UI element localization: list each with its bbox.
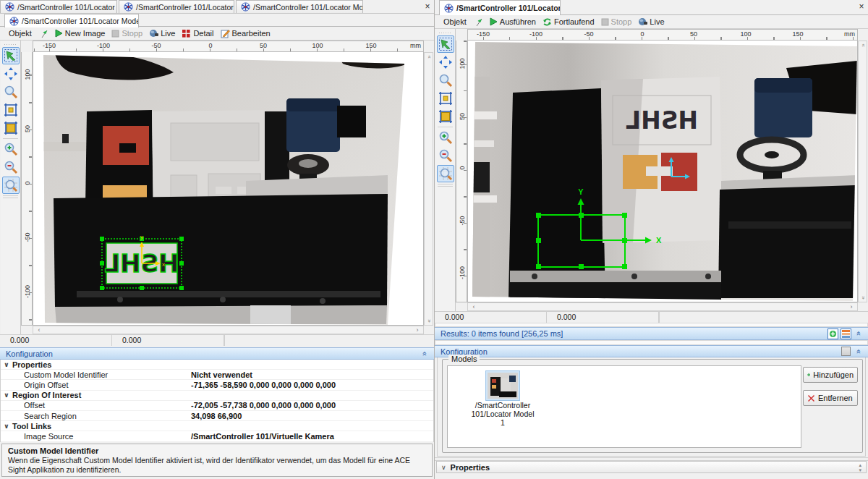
splitter[interactable] [435, 340, 868, 345]
results-table-icon[interactable] [841, 328, 851, 339]
tab-locator-model-1-active[interactable]: /SmartController 101/Locator Model 1 [4, 14, 139, 27]
zoom-region-tool-button[interactable] [2, 101, 20, 119]
zoom-region-icon [4, 103, 18, 117]
camera-canvas[interactable]: HSHL [467, 41, 858, 302]
property-row-custom-model-identifier[interactable]: Custom Model Identifier Nicht verwendet [1, 370, 433, 380]
collapse-chevron-icon[interactable]: » [854, 347, 862, 356]
select-tool-button[interactable] [437, 35, 454, 53]
scroll-left-arrow[interactable]: ‹ [469, 303, 478, 311]
properties-bar[interactable]: ∨ Properties ▴▾ [436, 461, 867, 473]
chevron-down-icon[interactable]: ∨ [1, 391, 12, 399]
detail-label: Detail [193, 29, 213, 38]
zoom-fit-tool-button[interactable] [437, 108, 454, 125]
panel-option-icon[interactable] [841, 347, 851, 356]
description-text: Wenn die Eigenschaft Custom Model Identi… [8, 456, 426, 475]
tab-label: /SmartController 101/Locator Model 1 [22, 17, 139, 25]
collapse-chevron-icon[interactable]: » [854, 329, 862, 338]
chevron-down-icon[interactable]: ∨ [441, 464, 446, 471]
close-icon[interactable]: × [855, 0, 868, 14]
zoom-in-tool-button[interactable] [2, 140, 20, 158]
scroll-down-arrow[interactable]: » [859, 294, 867, 302]
zoom-out-icon [438, 148, 453, 163]
vertical-scrollbar[interactable]: » » [858, 41, 867, 302]
scroll-up-arrow[interactable]: » [425, 53, 433, 62]
bearbeiten-label: Bearbeiten [232, 29, 271, 38]
tab-locator-3[interactable]: /SmartController 101/Locator 3 [0, 0, 117, 13]
toolbar-grip[interactable] [439, 30, 451, 35]
scroll-down-arrow[interactable]: » [425, 317, 433, 326]
horizontal-ruler: -150 -100 -50 0 50 100 150 mm [467, 29, 858, 41]
zoom-region-tool-button[interactable] [437, 90, 454, 107]
entfernen-button[interactable]: Entfernen [803, 390, 858, 406]
new-image-button[interactable]: New Image [53, 29, 107, 38]
results-bar[interactable]: Results: 0 items found [256,25 ms] » [435, 327, 868, 340]
pan-tool-button[interactable] [437, 54, 454, 71]
hinzufuegen-button[interactable]: Hinzufügen [803, 367, 858, 383]
vertical-scrollbar[interactable]: » » [424, 52, 433, 326]
stopp-button[interactable]: Stopp [600, 17, 634, 26]
chevron-down-icon[interactable]: ∨ [1, 361, 12, 368]
collapse-chevron-icon[interactable]: » [420, 349, 428, 358]
model-list-item[interactable]: /SmartController 101/Locator Model 1 [469, 370, 536, 427]
select-tool-button[interactable] [2, 47, 20, 64]
zoom-grid-tool-button[interactable] [437, 165, 454, 182]
coord-y-cell: 0.000 [112, 335, 224, 346]
select-arrow-icon [4, 48, 18, 63]
bearbeiten-button[interactable]: Bearbeiten [219, 29, 272, 38]
objekt-menu[interactable]: Objekt [4, 29, 36, 38]
scroll-left-arrow[interactable]: ‹ [35, 326, 43, 334]
pan-tool-button[interactable] [2, 65, 20, 82]
live-button[interactable]: Live [148, 29, 176, 38]
zoom-tool-button[interactable] [2, 83, 20, 101]
mini-scroll-arrows[interactable]: ▴▾ [859, 462, 861, 472]
conveyor-strip [510, 271, 721, 282]
live-button[interactable]: Live [637, 17, 665, 26]
scroll-right-arrow[interactable]: › [847, 303, 856, 311]
property-group-region-of-interest[interactable]: ∨ Region Of Interest [1, 391, 433, 401]
horizontal-scrollbar[interactable]: ‹ › [467, 302, 858, 311]
results-text: Results: 0 items found [256,25 ms] [441, 329, 563, 338]
konfiguration-header[interactable]: Konfiguration » [435, 345, 868, 357]
zoom-out-tool-button[interactable] [437, 147, 454, 164]
zoom-fit-tool-button[interactable] [2, 119, 20, 137]
flag-icon[interactable] [475, 17, 484, 27]
property-row-image-source[interactable]: Image Source /SmartController 101/Virtue… [1, 431, 433, 441]
tab-label: /SmartController 101/Locator 1 [456, 4, 561, 12]
property-row-search-region[interactable]: Search Region 34,098 66,900 [1, 411, 433, 421]
tab-locator-model-3[interactable]: /SmartController 101/Locator Model 3 [236, 0, 363, 13]
zoom-region-icon [438, 91, 453, 106]
tab-locator-2[interactable]: /SmartController 101/Locator 2 [119, 0, 234, 13]
add-result-view-icon[interactable] [827, 328, 838, 339]
model-list[interactable]: /SmartController 101/Locator Model 1 [447, 365, 801, 448]
scroll-up-arrow[interactable]: » [859, 41, 867, 50]
property-row-origin-offset[interactable]: Origin Offset -71,365 -58,590 0,000 0,00… [1, 380, 433, 390]
property-group-properties[interactable]: ∨ Properties [1, 360, 433, 370]
ausfuehren-button[interactable]: Ausführen [488, 17, 537, 26]
fortlaufend-button[interactable]: Fortlaufend [541, 17, 596, 27]
model-thumbnail[interactable] [485, 370, 520, 401]
detail-button[interactable]: Detail [180, 29, 215, 38]
zoom-in-tool-button[interactable] [437, 129, 454, 146]
edit-icon [221, 29, 230, 38]
objekt-menu[interactable]: Objekt [439, 17, 471, 26]
tab-locator-1-active[interactable]: /SmartController 101/Locator 1 [439, 0, 561, 15]
tab-label: /SmartController 101/Locator 2 [136, 3, 234, 12]
flag-icon[interactable] [40, 29, 49, 38]
zoom-out-tool-button[interactable] [2, 158, 20, 176]
scroll-right-arrow[interactable]: › [413, 326, 422, 334]
ace-tool-icon [444, 4, 454, 13]
tab-strip-top: /SmartController 101/Locator 3 /SmartCon… [0, 0, 434, 14]
horizontal-scrollbar[interactable]: ‹ › [33, 326, 424, 334]
toolbar-grip[interactable] [4, 42, 17, 46]
axis-x-label: X [656, 236, 662, 245]
close-icon[interactable]: × [421, 0, 434, 13]
property-row-offset[interactable]: Offset -72,005 -57,738 0,000 0,000 0,000… [1, 401, 433, 411]
camera-canvas[interactable]: HSHL y x [33, 52, 424, 326]
stopp-button[interactable]: Stopp [110, 29, 144, 38]
zoom-grid-tool-button[interactable] [2, 177, 20, 194]
description-title: Custom Model Identifier [8, 446, 426, 455]
chevron-down-icon[interactable]: ∨ [1, 423, 12, 430]
property-group-tool-links[interactable]: ∨ Tool Links [1, 421, 433, 431]
zoom-tool-button[interactable] [437, 72, 454, 89]
konfiguration-header[interactable]: Konfiguration » [0, 347, 434, 360]
